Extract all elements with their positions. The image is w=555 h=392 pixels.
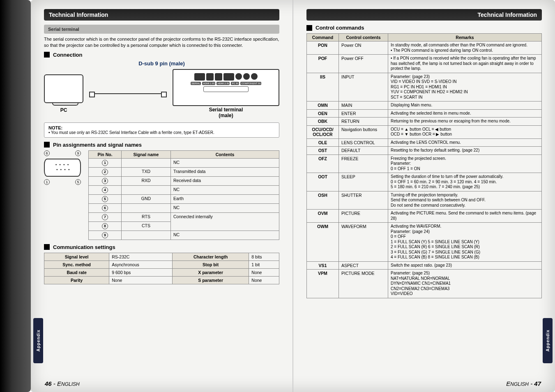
cmd-name-cell: INPUT	[339, 73, 388, 101]
cmd-th-remarks: Remarks	[388, 34, 542, 42]
hdmi1-port-icon	[206, 73, 214, 81]
appendix-tab-right: Appendix	[543, 318, 553, 363]
pin-layout: 69 15 Pin No. Signal name Contents 1NC2T…	[44, 150, 279, 240]
cmd-remarks-cell: Activating the PICTURE menu. Send the co…	[388, 210, 542, 223]
pin-sig-cell	[122, 203, 171, 212]
page-number-right: ENGLISH - 47	[506, 380, 541, 387]
commands-table: Command Control contents Remarks PONPowe…	[306, 33, 542, 298]
cmd-remarks-cell: • If a PON command is received while the…	[388, 55, 542, 73]
table-row: 2TXDTransmitted data	[89, 167, 279, 176]
pc-label: PC	[44, 107, 83, 113]
pin-no-cell: 7	[89, 212, 122, 221]
table-row: OWMWAVEFORMActivating the WAVEFORM. Para…	[307, 223, 542, 262]
port-tag: HDMI 2 IN	[216, 82, 230, 85]
connection-diagram: PC S	[44, 69, 279, 118]
table-row: Signal levelRS-232CCharacter length8 bit…	[44, 253, 279, 261]
table-row: OENENTERActivating the selected items in…	[307, 109, 542, 118]
pin-cont-cell: NC	[171, 231, 279, 240]
pin-cont-cell: NC	[171, 203, 279, 212]
comm-cell: None	[249, 276, 279, 284]
port-tag: COMPONENT IN	[240, 82, 261, 85]
comm-cell: Parity	[44, 276, 109, 284]
pin-no-cell: 5	[89, 194, 122, 203]
cmd-remarks-cell: Returning to the previous menu or escapi…	[388, 118, 542, 126]
dsub-connector-icon	[44, 159, 81, 177]
scanned-spread: Technical Information Serial terminal Th…	[0, 0, 555, 392]
table-row: 3RXDReceived data	[89, 176, 279, 185]
cmd-name-cell: Power OFF	[339, 55, 388, 73]
svideo-port-icon	[251, 73, 258, 80]
pin-no-cell: 3	[89, 176, 122, 185]
table-row: OSHSHUTTERTurning off the projection tem…	[307, 191, 542, 210]
comm-table: Signal levelRS-232CCharacter length8 bit…	[44, 253, 279, 284]
video-port-icon	[243, 73, 250, 80]
pin-sig-cell: GND	[122, 194, 171, 203]
port-tag: PC IN	[231, 82, 239, 85]
table-row: OOTSLEEPSetting the duration of time to …	[307, 173, 542, 191]
pin-no-cell: 2	[89, 167, 122, 176]
note-box: NOTE: • You must use only an RS-232C Ser…	[44, 122, 279, 138]
comm-cell: Baud rate	[44, 268, 109, 276]
cmd-code-cell: OVM	[307, 210, 339, 223]
header-bar-right: Technical Information	[306, 9, 542, 21]
table-row: OVMPICTUREActivating the PICTURE menu. S…	[307, 210, 542, 223]
cmd-name-cell: ASPECT	[339, 261, 388, 270]
cmd-name-cell: Navigation buttons	[339, 125, 388, 138]
cmd-remarks-cell: Resetting to the factory default setting…	[388, 147, 542, 155]
pin-cont-cell: Received data	[171, 176, 279, 185]
table-row: PONPower ONIn standby mode, all commands…	[307, 42, 542, 55]
comm-cell: 9 600 bps	[109, 268, 173, 276]
cmd-code-cell: OEN	[307, 109, 339, 118]
connection-title-text: Connection	[53, 52, 83, 58]
serial-intro-text: The serial connector which is on the con…	[44, 36, 279, 48]
table-row: Sync. methodAsynchronousStop bit1 bit	[44, 261, 279, 268]
pin-no-cell: 4	[89, 185, 122, 194]
table-row: OBKRETURNReturning to the previous menu …	[307, 118, 542, 126]
scart-port-icon	[203, 86, 249, 92]
cmd-name-cell: ENTER	[339, 109, 388, 118]
page-right: Technical Information Control commands C…	[293, 0, 555, 392]
cmd-code-cell: OMN	[307, 101, 339, 110]
table-row: ParityNoneS parameterNone	[44, 276, 279, 284]
cmd-remarks-cell: Parameter: (page 25) NAT=NATURAL NOR=NOR…	[388, 270, 542, 298]
pin-num-6: 6	[44, 150, 50, 156]
cmd-name-cell: FREEZE	[339, 154, 388, 173]
book-spine-shadow	[0, 0, 31, 392]
control-commands-title: Control commands	[306, 25, 542, 31]
pin-no-cell: 8	[89, 221, 122, 231]
comm-title-text: Communication settings	[53, 244, 115, 250]
pin-num-1: 1	[44, 179, 50, 185]
pin-sig-cell	[122, 231, 171, 240]
cmd-code-cell: IIS	[307, 73, 339, 101]
note-body: • You must use only an RS-232C Serial In…	[48, 130, 214, 135]
serial-terminal-heading: Serial terminal	[44, 25, 279, 34]
component-port-icon	[235, 73, 242, 80]
cmd-code-cell: OST	[307, 147, 339, 155]
pin-cont-cell: NC	[171, 158, 279, 167]
comm-title: Communication settings	[44, 244, 279, 250]
pc-illustration: PC	[44, 74, 83, 113]
comm-cell: Asynchronous	[109, 261, 173, 268]
cmd-code-cell: OCU/OCD/ OCL/OCR	[307, 125, 339, 138]
comm-cell: Character length	[172, 253, 249, 261]
port-tag: SERIAL	[191, 82, 201, 85]
comm-cell: Stop bit	[172, 261, 249, 268]
cable-line	[90, 93, 166, 94]
table-row: 9NC	[89, 231, 279, 240]
page-left: Technical Information Serial terminal Th…	[31, 0, 293, 392]
cmd-code-cell: VS1	[307, 261, 339, 270]
pin-no-cell: 6	[89, 203, 122, 212]
pin-cont-cell: Transmitted data	[171, 167, 279, 176]
cmd-remarks-cell: Freezing the projected screen. Parameter…	[388, 154, 542, 173]
pin-diagram: 69 15	[44, 150, 81, 185]
table-row: OCU/OCD/ OCL/OCRNavigation buttonsOCU = …	[307, 125, 542, 138]
pcin-port-icon	[223, 73, 234, 81]
connection-title: Connection	[44, 52, 279, 58]
cmd-th-cmd: Command	[307, 34, 339, 42]
laptop-icon	[44, 74, 83, 103]
table-row: IISINPUTParameter: (page 23) VID = VIDEO…	[307, 73, 542, 101]
serial-port-icon	[194, 73, 205, 81]
cmd-name-cell: WAVEFORM	[339, 223, 388, 262]
pin-sig-cell: TXD	[122, 167, 171, 176]
cmd-remarks-cell: Turning off the projection temporarily. …	[388, 191, 542, 210]
